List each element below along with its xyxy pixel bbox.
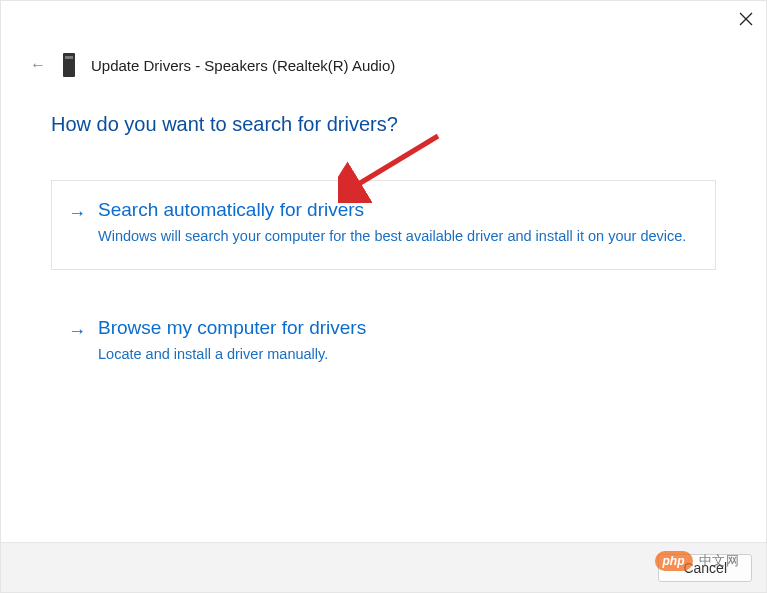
close-icon[interactable] [738,11,754,27]
arrow-right-icon: → [68,201,86,225]
option-description: Windows will search your computer for th… [98,227,699,247]
dialog-content: How do you want to search for drivers? →… [1,85,766,542]
option-content: Browse my computer for drivers Locate an… [98,317,699,365]
arrow-right-icon: → [68,319,86,343]
option-search-automatically[interactable]: → Search automatically for drivers Windo… [51,180,716,270]
dialog-title: Update Drivers - Speakers (Realtek(R) Au… [91,57,395,74]
option-description: Locate and install a driver manually. [98,345,699,365]
option-content: Search automatically for drivers Windows… [98,199,699,247]
speaker-device-icon [63,53,75,77]
dialog-header: ← Update Drivers - Speakers (Realtek(R) … [1,37,766,85]
cancel-button[interactable]: Cancel [658,554,752,582]
update-drivers-dialog: ← Update Drivers - Speakers (Realtek(R) … [0,0,767,593]
option-browse-computer[interactable]: → Browse my computer for drivers Locate … [51,298,716,388]
back-arrow-icon[interactable]: ← [29,56,47,74]
titlebar [1,1,766,37]
option-title: Search automatically for drivers [98,199,699,221]
dialog-footer: Cancel [1,542,766,592]
question-heading: How do you want to search for drivers? [51,113,716,136]
option-title: Browse my computer for drivers [98,317,699,339]
